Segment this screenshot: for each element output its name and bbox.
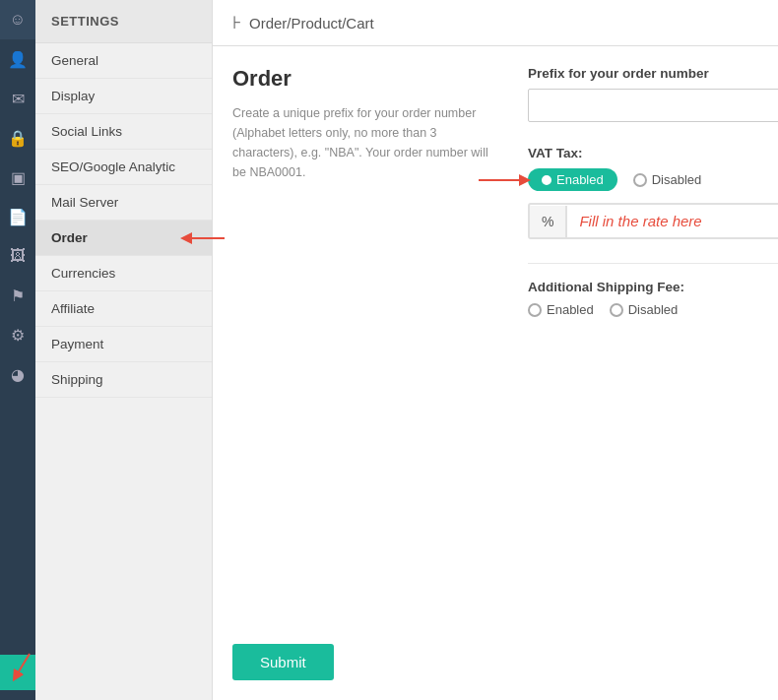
vat-percent-badge: % [530, 206, 567, 237]
section-description: Create a unique prefix for your order nu… [232, 103, 498, 182]
radio-circle-disabled [633, 173, 647, 187]
breadcrumb: Order/Product/Cart [249, 15, 374, 32]
icon-user[interactable]: ☺ [0, 0, 35, 39]
sidebar-item-social-links[interactable]: Social Links [35, 114, 212, 150]
left-section: Order Create a unique prefix for your or… [232, 66, 498, 575]
radio-circle-shipping-disabled [610, 303, 623, 317]
sidebar-nav: General Display Social Links SEO/Google … [35, 43, 212, 700]
page-header: ⊦ Order/Product/Cart [213, 0, 778, 46]
vat-radio-group: Enabled Disabled [528, 168, 778, 191]
icon-person[interactable]: 👤 [0, 39, 35, 79]
sidebar-item-seo[interactable]: SEO/Google Analytic [35, 150, 212, 185]
sidebar-item-order[interactable]: Order [35, 221, 212, 256]
sidebar-header: SETTINGS [35, 0, 212, 43]
vat-field-group: VAT Tax: Enabled [528, 146, 778, 239]
right-section: Prefix for your order number VAT Tax: [528, 66, 778, 575]
sidebar-item-payment[interactable]: Payment [35, 327, 212, 362]
prefix-field-group: Prefix for your order number [528, 66, 778, 122]
vat-enabled-radio[interactable]: Enabled [528, 168, 617, 191]
sidebar-item-general[interactable]: General [35, 43, 212, 79]
icon-desktop[interactable]: 🖼 [0, 236, 35, 276]
main-body: Order Create a unique prefix for your or… [213, 46, 778, 595]
shipping-field-group: Additional Shipping Fee: Enabled Disable… [528, 280, 778, 317]
sidebar: SETTINGS General Display Social Links SE… [35, 0, 213, 700]
icon-puzzle[interactable]: ⚙ [0, 315, 35, 354]
svg-line-1 [16, 654, 30, 676]
gear-arrow-svg [0, 649, 35, 688]
icon-bar-bottom: ⚙ [0, 655, 35, 690]
submit-button[interactable]: Submit [232, 644, 334, 680]
icon-bar: ☺ 👤 ✉ 🔒 ▣ 📄 🖼 ⚑ ⚙ ◕ ⚙ [0, 0, 35, 700]
divider [528, 263, 778, 264]
shipping-label: Additional Shipping Fee: [528, 280, 778, 294]
vat-rate-input[interactable] [567, 205, 778, 237]
vat-rate-input-wrap: % [528, 203, 778, 239]
vat-arrow-svg [474, 165, 533, 195]
icon-chart[interactable]: ◕ [0, 354, 35, 394]
sidebar-item-mail-server[interactable]: Mail Server [35, 185, 212, 221]
radio-circle-shipping-enabled [528, 303, 542, 317]
icon-lock[interactable]: 🔒 [0, 118, 35, 158]
icon-mail[interactable]: ✉ [0, 79, 35, 118]
section-title: Order [232, 66, 498, 92]
prefix-input[interactable] [528, 89, 778, 122]
sidebar-item-affiliate[interactable]: Affiliate [35, 291, 212, 327]
header-icon: ⊦ [232, 12, 241, 33]
sidebar-item-currencies[interactable]: Currencies [35, 256, 212, 291]
vat-disabled-radio[interactable]: Disabled [633, 172, 702, 187]
shipping-enabled-radio[interactable]: Enabled [528, 302, 594, 317]
icon-cube[interactable]: ▣ [0, 158, 35, 197]
main-content: ⊦ Order/Product/Cart Order Create a uniq… [213, 0, 778, 700]
radio-dot-enabled [542, 175, 551, 185]
shipping-radio-group: Enabled Disabled [528, 302, 778, 317]
submit-area: Submit [213, 624, 778, 700]
sidebar-item-display[interactable]: Display [35, 79, 212, 114]
icon-bookmark[interactable]: ⚑ [0, 276, 35, 315]
sidebar-item-shipping[interactable]: Shipping [35, 362, 212, 398]
shipping-disabled-radio[interactable]: Disabled [610, 302, 679, 317]
order-arrow-svg [180, 226, 229, 250]
prefix-label: Prefix for your order number [528, 66, 778, 81]
icon-file[interactable]: 📄 [0, 197, 35, 236]
vat-label: VAT Tax: [528, 146, 778, 160]
